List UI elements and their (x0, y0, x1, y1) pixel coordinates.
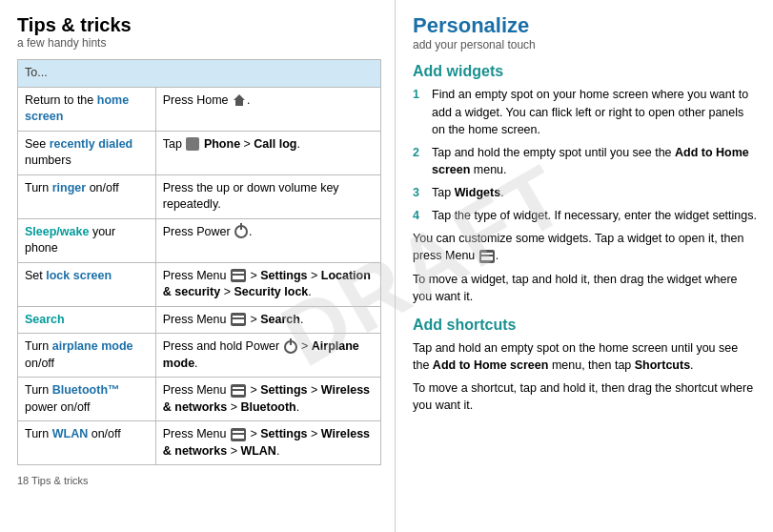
menu-icon-right (479, 250, 495, 263)
lock-screen-link: lock screen (46, 269, 112, 282)
power-icon (234, 225, 248, 238)
table-cell-action: Search (18, 306, 156, 334)
table-row: Turn airplane mode on/off Press and hold… (18, 334, 381, 378)
power-icon-2 (284, 340, 297, 354)
shortcuts-body-text-2: To move a shortcut, tap and hold it, the… (413, 379, 758, 414)
right-column: Personalize add your personal touch Add … (396, 0, 773, 532)
table-cell-instruction: Press Menu > Settings > Wireless & netwo… (155, 421, 380, 465)
table-row: Turn Bluetooth™ power on/off Press Menu … (18, 378, 381, 421)
add-widgets-steps: 1 Find an empty spot on your home screen… (413, 86, 758, 224)
phone-icon (186, 137, 199, 151)
widgets-body-text-1: You can customize some widgets. Tap a wi… (413, 230, 758, 264)
table-row: Sleep/wake your phone Press Power . (18, 218, 381, 262)
widgets-body-text-2: To move a widget, tap and hold it, then … (413, 271, 758, 305)
wlan-link: WLAN (52, 427, 89, 440)
search-link: Search (25, 313, 65, 326)
table-cell-action: Sleep/wake your phone (18, 218, 156, 262)
step-text: Tap and hold the empty spot until you se… (432, 144, 758, 178)
add-widgets-title: Add widgets (413, 63, 758, 80)
recently-dialed-link: recently dialed (50, 137, 133, 151)
step-text: Tap the type of widget. If necessary, en… (432, 207, 758, 224)
step-text: Tap Widgets. (432, 184, 758, 201)
table-cell-instruction: Press Power . (155, 218, 380, 262)
page-footer: 18 Tips & tricks (17, 475, 381, 486)
table-cell-instruction: Press and hold Power > Airplane mode. (155, 334, 380, 378)
table-row: Search Press Menu > Search. (18, 306, 381, 334)
tips-table: To... Return to the home screen Press Ho… (17, 59, 381, 465)
airplane-mode-link: airplane mode (52, 339, 133, 353)
step-item: 1 Find an empty spot on your home screen… (413, 86, 758, 137)
step-number: 2 (413, 144, 426, 178)
ringer-link: ringer (52, 181, 86, 194)
svg-marker-0 (234, 94, 245, 106)
table-cell-instruction: Press the up or down volume key repeated… (155, 174, 380, 218)
table-row: Set lock screen Press Menu > Settings > … (18, 262, 381, 306)
step-number: 1 (413, 86, 426, 137)
table-cell-instruction: Press Menu > Settings > Wireless & netwo… (155, 378, 380, 421)
bluetooth-link: Bluetooth™ (52, 383, 120, 397)
menu-icon-3 (231, 384, 246, 398)
table-cell-action: Turn ringer on/off (18, 174, 156, 218)
step-number: 3 (413, 184, 426, 201)
right-page-subtitle: add your personal touch (413, 38, 758, 51)
table-cell-action: See recently dialed numbers (18, 131, 156, 174)
home-icon (233, 93, 246, 107)
table-row: See recently dialed numbers Tap Phone > … (18, 131, 381, 174)
right-page-title: Personalize (413, 13, 758, 38)
table-row: Return to the home screen Press Home . (18, 87, 381, 131)
table-cell-instruction: Press Menu > Search. (155, 306, 380, 334)
table-cell-instruction: Press Menu > Settings > Location & secur… (155, 262, 380, 306)
table-cell-action: Turn WLAN on/off (18, 421, 156, 465)
table-header-row: To... (18, 60, 381, 88)
menu-icon (231, 269, 246, 282)
home-screen-link: home screen (25, 93, 129, 124)
table-cell-instruction: Press Home . (155, 87, 380, 131)
menu-icon-2 (231, 313, 246, 326)
table-cell-action: Turn Bluetooth™ power on/off (18, 378, 156, 421)
table-cell-action: Return to the home screen (18, 87, 156, 131)
page-title: Tips & tricks (17, 13, 381, 36)
table-header-cell: To... (18, 60, 381, 88)
step-item: 3 Tap Widgets. (413, 184, 758, 201)
menu-icon-4 (231, 428, 246, 441)
table-cell-action: Turn airplane mode on/off (18, 334, 156, 378)
table-row: Turn WLAN on/off Press Menu > Settings >… (18, 421, 381, 465)
step-number: 4 (413, 207, 426, 224)
table-cell-instruction: Tap Phone > Call log. (155, 131, 380, 174)
table-row: Turn ringer on/off Press the up or down … (18, 174, 381, 218)
page-subtitle: a few handy hints (17, 36, 381, 50)
sleep-wake-link: Sleep/wake (25, 225, 89, 238)
shortcuts-body-text-1: Tap and hold an empty spot on the home s… (413, 339, 758, 374)
add-shortcuts-title: Add shortcuts (413, 317, 758, 334)
step-text: Find an empty spot on your home screen w… (432, 86, 758, 137)
left-column: Tips & tricks a few handy hints To... Re… (0, 0, 396, 532)
table-cell-action: Set lock screen (18, 262, 156, 306)
step-item: 4 Tap the type of widget. If necessary, … (413, 207, 758, 224)
step-item: 2 Tap and hold the empty spot until you … (413, 144, 758, 178)
